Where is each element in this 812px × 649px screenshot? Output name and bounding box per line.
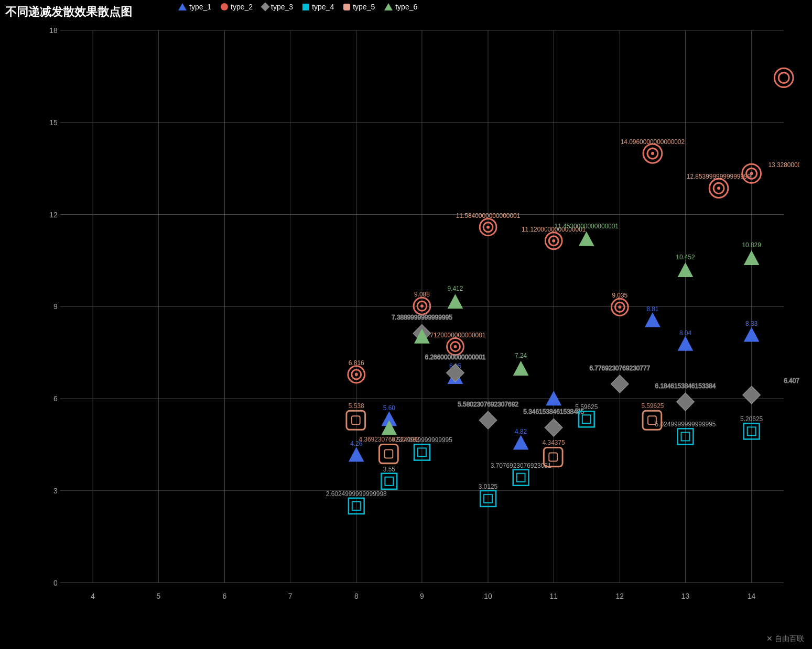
svg-text:3.0125: 3.0125 bbox=[479, 483, 498, 490]
svg-text:18: 18 bbox=[49, 26, 58, 35]
svg-marker-46 bbox=[645, 312, 661, 327]
legend-label-type5: type_5 bbox=[353, 3, 375, 11]
svg-point-86 bbox=[750, 172, 753, 175]
svg-text:13.3280000000000001: 13.3280000000000001 bbox=[768, 161, 799, 169]
svg-marker-148 bbox=[744, 250, 760, 265]
svg-text:12: 12 bbox=[616, 592, 624, 600]
svg-rect-129 bbox=[379, 444, 398, 463]
svg-marker-43 bbox=[513, 435, 529, 449]
svg-text:5.60: 5.60 bbox=[383, 404, 396, 412]
svg-text:7.24: 7.24 bbox=[515, 352, 527, 359]
watermark-text: ✕ 自由百联 bbox=[766, 634, 804, 644]
svg-text:6.7769230769230777: 6.7769230769230777 bbox=[589, 365, 650, 372]
svg-text:14.0960000000000002: 14.0960000000000002 bbox=[621, 138, 685, 146]
svg-text:9.412: 9.412 bbox=[448, 285, 463, 292]
chart-title: 不同递减发散效果散点图 bbox=[5, 4, 132, 20]
legend-label-type1: type_1 bbox=[189, 3, 211, 11]
svg-marker-146 bbox=[678, 262, 694, 277]
svg-point-151 bbox=[778, 72, 789, 83]
svg-marker-45 bbox=[546, 391, 561, 405]
legend-item-type4: type_4 bbox=[302, 3, 334, 11]
svg-text:7.7120000000000001: 7.7120000000000001 bbox=[425, 332, 486, 339]
triangle-green-icon bbox=[384, 3, 393, 10]
svg-marker-98 bbox=[677, 393, 695, 411]
legend-item-type2: type_2 bbox=[221, 3, 253, 11]
svg-text:14: 14 bbox=[748, 592, 756, 600]
svg-rect-105 bbox=[381, 474, 397, 489]
svg-text:4: 4 bbox=[91, 592, 95, 600]
svg-text:0: 0 bbox=[53, 579, 58, 587]
svg-marker-50 bbox=[744, 327, 760, 342]
type2-points: 6.816 9.088 7.7120000000000001 11.584000… bbox=[348, 138, 799, 383]
svg-text:3: 3 bbox=[53, 487, 58, 495]
roundsq-salmon-icon bbox=[343, 4, 350, 10]
svg-text:8.33: 8.33 bbox=[745, 320, 758, 327]
x-axis-labels: 4 5 6 7 8 9 10 11 12 13 14 bbox=[91, 592, 755, 600]
legend-label-type2: type_2 bbox=[231, 3, 253, 11]
legend-item-type6: type_6 bbox=[384, 3, 417, 11]
svg-point-78 bbox=[651, 152, 654, 155]
svg-rect-115 bbox=[517, 474, 525, 482]
svg-rect-127 bbox=[352, 416, 360, 424]
svg-marker-100 bbox=[743, 386, 761, 404]
svg-point-62 bbox=[453, 345, 457, 348]
legend-item-type1: type_1 bbox=[178, 3, 211, 11]
svg-point-150 bbox=[774, 68, 793, 87]
svg-text:9: 9 bbox=[420, 592, 424, 600]
svg-rect-126 bbox=[347, 411, 365, 430]
legend-label-type6: type_6 bbox=[395, 3, 417, 11]
square-cyan-icon bbox=[302, 4, 309, 10]
legend-label-type4: type_4 bbox=[312, 3, 334, 11]
svg-text:8.04: 8.04 bbox=[679, 329, 692, 336]
svg-text:4.82: 4.82 bbox=[515, 428, 527, 435]
svg-point-82 bbox=[717, 186, 720, 190]
svg-point-58 bbox=[420, 304, 424, 307]
svg-rect-106 bbox=[385, 477, 393, 486]
svg-text:7.3889999999999995: 7.3889999999999995 bbox=[392, 314, 452, 321]
svg-point-70 bbox=[552, 239, 555, 243]
svg-text:7: 7 bbox=[288, 592, 293, 600]
svg-text:11.4530000000000001: 11.4530000000000001 bbox=[555, 223, 619, 230]
svg-text:3.55: 3.55 bbox=[383, 466, 396, 473]
svg-text:9: 9 bbox=[53, 302, 58, 311]
svg-marker-142 bbox=[513, 361, 529, 376]
svg-text:6.1846153846153384: 6.1846153846153384 bbox=[655, 382, 716, 390]
svg-text:8.81: 8.81 bbox=[646, 305, 659, 313]
svg-text:13: 13 bbox=[681, 592, 690, 600]
svg-text:12: 12 bbox=[49, 211, 58, 219]
svg-text:6.816: 6.816 bbox=[349, 359, 364, 367]
svg-text:5.20625: 5.20625 bbox=[740, 415, 763, 423]
legend-label-type3: type_3 bbox=[271, 3, 293, 11]
svg-text:5.538: 5.538 bbox=[349, 402, 364, 410]
triangle-blue-icon bbox=[178, 3, 187, 10]
svg-text:2.6024999999999998: 2.6024999999999998 bbox=[326, 490, 387, 498]
svg-rect-130 bbox=[384, 450, 393, 458]
legend: type_1 type_2 type_3 type_4 type_5 type_… bbox=[178, 3, 417, 11]
chart-container: 不同递减发散效果散点图 type_1 type_2 type_3 type_4 … bbox=[0, 0, 812, 649]
legend-item-type5: type_5 bbox=[343, 3, 375, 11]
type6-points: 9.412 7.24 11.4530000000000001 10.452 10… bbox=[381, 223, 761, 435]
chart-svg: 0 3 6 9 12 15 18 4 5 6 7 8 9 10 11 12 13… bbox=[29, 25, 799, 630]
svg-text:6.4076923076923077: 6.4076923076923077 bbox=[784, 377, 799, 384]
svg-text:10: 10 bbox=[484, 592, 492, 600]
svg-marker-144 bbox=[579, 232, 594, 246]
svg-text:15: 15 bbox=[49, 118, 58, 127]
svg-point-74 bbox=[618, 305, 621, 309]
svg-text:8: 8 bbox=[354, 592, 359, 600]
svg-text:10.452: 10.452 bbox=[676, 254, 695, 261]
diamond-gray-icon bbox=[261, 3, 270, 12]
y-axis-labels: 0 3 6 9 12 15 18 bbox=[49, 26, 58, 587]
svg-text:5.59625: 5.59625 bbox=[575, 403, 598, 411]
svg-text:4.3692307692307692: 4.3692307692307692 bbox=[359, 436, 419, 443]
svg-marker-48 bbox=[678, 336, 694, 351]
svg-text:6: 6 bbox=[223, 592, 227, 600]
legend-item-type3: type_3 bbox=[262, 3, 293, 11]
circle-red-icon bbox=[221, 3, 228, 10]
svg-text:9.088: 9.088 bbox=[414, 291, 430, 298]
svg-point-54 bbox=[355, 373, 358, 376]
svg-text:6: 6 bbox=[53, 394, 58, 403]
svg-rect-133 bbox=[549, 453, 557, 461]
svg-point-66 bbox=[486, 226, 490, 229]
svg-text:5.59625: 5.59625 bbox=[641, 402, 664, 410]
svg-rect-118 bbox=[582, 415, 591, 423]
